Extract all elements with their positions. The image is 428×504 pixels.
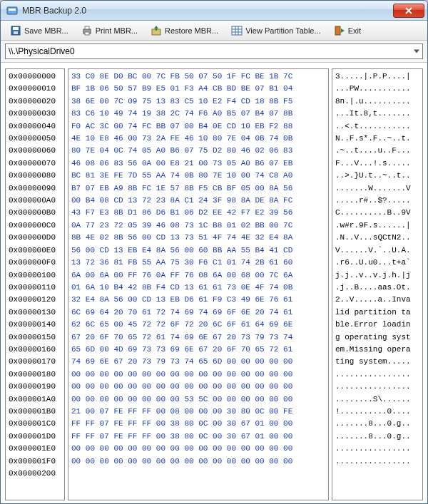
drive-selected-value: \\.\PhysicalDrive0 xyxy=(9,46,75,56)
exit-label: Exit xyxy=(348,26,361,35)
window-title: MBR Backup 2.0 xyxy=(22,6,393,16)
chevron-down-icon xyxy=(414,50,419,53)
restore-mbr-label: Restore MBR... xyxy=(165,26,218,35)
hex-view: 0x00000000 0x00000010 0x00000020 0x00000… xyxy=(1,63,427,503)
close-icon xyxy=(405,7,412,14)
svg-rect-4 xyxy=(14,31,18,34)
restore-icon xyxy=(151,25,162,36)
close-button[interactable] xyxy=(393,4,424,18)
table-icon xyxy=(231,25,243,36)
view-partition-label: View Partition Table... xyxy=(245,26,320,35)
svg-rect-1 xyxy=(9,9,16,11)
svg-rect-6 xyxy=(85,26,89,29)
ascii-column: 3.....|.P.P....| ...PW........... 8n.|.u… xyxy=(332,68,423,500)
svg-rect-9 xyxy=(232,26,242,35)
restore-mbr-button[interactable]: Restore MBR... xyxy=(146,23,223,38)
titlebar[interactable]: MBR Backup 2.0 xyxy=(1,1,427,21)
toolbar: Save MBR... Print MBR... Restore MBR... … xyxy=(1,21,427,41)
view-partition-button[interactable]: View Partition Table... xyxy=(226,23,325,38)
drive-select[interactable]: \\.\PhysicalDrive0 xyxy=(5,43,423,59)
print-icon xyxy=(81,25,93,36)
drive-row: \\.\PhysicalDrive0 xyxy=(1,41,427,63)
print-mbr-label: Print MBR... xyxy=(96,26,138,35)
app-icon xyxy=(6,5,18,16)
exit-icon xyxy=(334,25,345,36)
svg-rect-7 xyxy=(85,32,89,35)
save-mbr-label: Save MBR... xyxy=(24,26,68,35)
svg-rect-3 xyxy=(13,27,19,30)
print-mbr-button[interactable]: Print MBR... xyxy=(76,23,143,38)
hex-bytes-column: 33 C0 8E D0 BC 00 7C FB 50 07 50 1F FC B… xyxy=(68,68,329,500)
offset-column: 0x00000000 0x00000010 0x00000020 0x00000… xyxy=(5,68,65,500)
save-mbr-button[interactable]: Save MBR... xyxy=(5,23,73,38)
save-icon xyxy=(10,25,21,36)
svg-rect-14 xyxy=(335,26,340,35)
exit-button[interactable]: Exit xyxy=(329,23,366,38)
app-window: MBR Backup 2.0 Save MBR... Print MBR... … xyxy=(0,0,428,504)
